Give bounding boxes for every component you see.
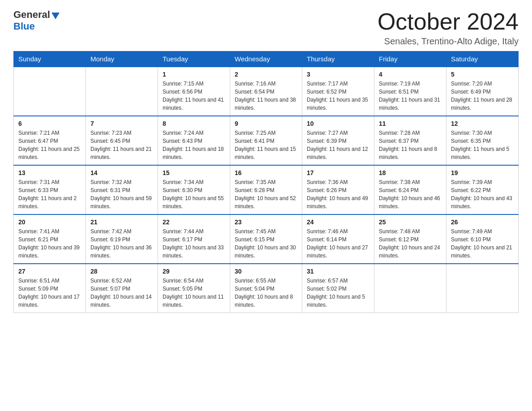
calendar-week-row: 20Sunrise: 7:41 AMSunset: 6:21 PMDayligh… — [14, 214, 519, 264]
day-number: 31 — [307, 268, 369, 275]
calendar-cell — [86, 67, 158, 116]
calendar-cell: 12Sunrise: 7:30 AMSunset: 6:35 PMDayligh… — [446, 116, 519, 165]
calendar-cell: 19Sunrise: 7:39 AMSunset: 6:22 PMDayligh… — [446, 165, 519, 214]
day-number: 6 — [18, 120, 81, 127]
day-number: 12 — [451, 120, 514, 127]
location-subtitle: Senales, Trentino-Alto Adige, Italy — [378, 36, 519, 47]
day-info: Sunrise: 7:38 AMSunset: 6:24 PMDaylight:… — [379, 178, 442, 210]
calendar-cell: 10Sunrise: 7:27 AMSunset: 6:39 PMDayligh… — [302, 116, 374, 165]
day-number: 19 — [451, 169, 514, 176]
day-info: Sunrise: 7:27 AMSunset: 6:39 PMDaylight:… — [307, 129, 369, 161]
calendar-cell: 13Sunrise: 7:31 AMSunset: 6:33 PMDayligh… — [14, 165, 86, 214]
calendar-cell — [446, 264, 519, 313]
calendar-cell: 22Sunrise: 7:44 AMSunset: 6:17 PMDayligh… — [158, 214, 230, 264]
day-number: 23 — [235, 218, 297, 226]
logo-general-text: General — [13, 9, 50, 21]
calendar-cell: 14Sunrise: 7:32 AMSunset: 6:31 PMDayligh… — [86, 165, 158, 214]
day-number: 21 — [90, 218, 153, 226]
day-info: Sunrise: 7:36 AMSunset: 6:26 PMDaylight:… — [307, 178, 369, 210]
day-info: Sunrise: 7:45 AMSunset: 6:15 PMDaylight:… — [235, 227, 297, 260]
calendar-cell: 7Sunrise: 7:23 AMSunset: 6:45 PMDaylight… — [86, 116, 158, 165]
calendar-cell: 31Sunrise: 6:57 AMSunset: 5:02 PMDayligh… — [302, 264, 374, 313]
weekday-header-monday: Monday — [86, 51, 158, 67]
day-info: Sunrise: 7:21 AMSunset: 6:47 PMDaylight:… — [18, 129, 81, 161]
day-number: 24 — [307, 218, 369, 226]
calendar-cell — [374, 264, 446, 313]
day-info: Sunrise: 7:46 AMSunset: 6:14 PMDaylight:… — [307, 227, 369, 260]
day-info: Sunrise: 6:55 AMSunset: 5:04 PMDaylight:… — [235, 277, 297, 309]
calendar-cell: 3Sunrise: 7:17 AMSunset: 6:52 PMDaylight… — [302, 67, 374, 116]
day-number: 13 — [18, 169, 81, 176]
calendar-cell: 8Sunrise: 7:24 AMSunset: 6:43 PMDaylight… — [158, 116, 230, 165]
day-info: Sunrise: 7:41 AMSunset: 6:21 PMDaylight:… — [18, 227, 81, 260]
weekday-header-thursday: Thursday — [302, 51, 374, 67]
day-number: 15 — [163, 169, 225, 176]
day-info: Sunrise: 7:48 AMSunset: 6:12 PMDaylight:… — [379, 227, 442, 260]
day-number: 29 — [163, 268, 225, 275]
calendar-cell: 21Sunrise: 7:42 AMSunset: 6:19 PMDayligh… — [86, 214, 158, 264]
calendar-cell — [14, 67, 86, 116]
day-number: 27 — [18, 268, 81, 275]
day-number: 30 — [235, 268, 297, 275]
calendar-cell: 4Sunrise: 7:19 AMSunset: 6:51 PMDaylight… — [374, 67, 446, 116]
weekday-header-friday: Friday — [374, 51, 446, 67]
day-number: 2 — [235, 71, 297, 78]
day-info: Sunrise: 7:49 AMSunset: 6:10 PMDaylight:… — [451, 227, 514, 260]
day-info: Sunrise: 7:19 AMSunset: 6:51 PMDaylight:… — [379, 80, 442, 112]
weekday-header-sunday: Sunday — [14, 51, 86, 67]
day-info: Sunrise: 7:23 AMSunset: 6:45 PMDaylight:… — [90, 129, 153, 161]
calendar-table: SundayMondayTuesdayWednesdayThursdayFrid… — [13, 51, 519, 313]
calendar-cell: 20Sunrise: 7:41 AMSunset: 6:21 PMDayligh… — [14, 214, 86, 264]
month-year-title: October 2024 — [378, 9, 519, 34]
day-info: Sunrise: 7:20 AMSunset: 6:49 PMDaylight:… — [451, 80, 514, 112]
day-number: 1 — [163, 71, 225, 78]
calendar-cell: 26Sunrise: 7:49 AMSunset: 6:10 PMDayligh… — [446, 214, 519, 264]
day-number: 26 — [451, 218, 514, 226]
day-number: 3 — [307, 71, 369, 78]
logo-blue-text: Blue — [13, 21, 35, 32]
day-info: Sunrise: 7:35 AMSunset: 6:28 PMDaylight:… — [235, 178, 297, 210]
day-number: 20 — [18, 218, 81, 226]
logo-triangle-icon — [51, 13, 60, 19]
day-info: Sunrise: 7:34 AMSunset: 6:30 PMDaylight:… — [163, 178, 225, 210]
day-info: Sunrise: 7:28 AMSunset: 6:37 PMDaylight:… — [379, 129, 442, 161]
logo: General Blue — [13, 9, 60, 32]
weekday-header-wednesday: Wednesday — [230, 51, 302, 67]
calendar-week-row: 13Sunrise: 7:31 AMSunset: 6:33 PMDayligh… — [14, 165, 519, 214]
day-info: Sunrise: 7:30 AMSunset: 6:35 PMDaylight:… — [451, 129, 514, 161]
day-info: Sunrise: 7:44 AMSunset: 6:17 PMDaylight:… — [163, 227, 225, 260]
day-info: Sunrise: 7:42 AMSunset: 6:19 PMDaylight:… — [90, 227, 153, 260]
calendar-cell: 18Sunrise: 7:38 AMSunset: 6:24 PMDayligh… — [374, 165, 446, 214]
day-info: Sunrise: 7:39 AMSunset: 6:22 PMDaylight:… — [451, 178, 514, 210]
weekday-header-saturday: Saturday — [446, 51, 519, 67]
calendar-week-row: 1Sunrise: 7:15 AMSunset: 6:56 PMDaylight… — [14, 67, 519, 116]
day-number: 4 — [379, 71, 442, 78]
calendar-cell: 29Sunrise: 6:54 AMSunset: 5:05 PMDayligh… — [158, 264, 230, 313]
day-number: 10 — [307, 120, 369, 127]
calendar-cell: 28Sunrise: 6:52 AMSunset: 5:07 PMDayligh… — [86, 264, 158, 313]
day-number: 16 — [235, 169, 297, 176]
weekday-header-row: SundayMondayTuesdayWednesdayThursdayFrid… — [14, 51, 519, 67]
day-info: Sunrise: 6:51 AMSunset: 5:09 PMDaylight:… — [18, 277, 81, 309]
day-number: 22 — [163, 218, 225, 226]
day-info: Sunrise: 7:16 AMSunset: 6:54 PMDaylight:… — [235, 80, 297, 112]
day-info: Sunrise: 6:52 AMSunset: 5:07 PMDaylight:… — [90, 277, 153, 309]
day-number: 9 — [235, 120, 297, 127]
calendar-cell: 27Sunrise: 6:51 AMSunset: 5:09 PMDayligh… — [14, 264, 86, 313]
calendar-cell: 15Sunrise: 7:34 AMSunset: 6:30 PMDayligh… — [158, 165, 230, 214]
calendar-cell: 5Sunrise: 7:20 AMSunset: 6:49 PMDaylight… — [446, 67, 519, 116]
calendar-cell: 11Sunrise: 7:28 AMSunset: 6:37 PMDayligh… — [374, 116, 446, 165]
calendar-week-row: 6Sunrise: 7:21 AMSunset: 6:47 PMDaylight… — [14, 116, 519, 165]
day-info: Sunrise: 6:54 AMSunset: 5:05 PMDaylight:… — [163, 277, 225, 309]
calendar-cell: 1Sunrise: 7:15 AMSunset: 6:56 PMDaylight… — [158, 67, 230, 116]
day-info: Sunrise: 7:17 AMSunset: 6:52 PMDaylight:… — [307, 80, 369, 112]
calendar-cell: 6Sunrise: 7:21 AMSunset: 6:47 PMDaylight… — [14, 116, 86, 165]
calendar-cell: 30Sunrise: 6:55 AMSunset: 5:04 PMDayligh… — [230, 264, 302, 313]
day-number: 18 — [379, 169, 442, 176]
weekday-header-tuesday: Tuesday — [158, 51, 230, 67]
day-info: Sunrise: 6:57 AMSunset: 5:02 PMDaylight:… — [307, 277, 369, 309]
day-number: 11 — [379, 120, 442, 127]
day-number: 17 — [307, 169, 369, 176]
page-header: General Blue October 2024 Senales, Trent… — [13, 9, 519, 47]
day-info: Sunrise: 7:31 AMSunset: 6:33 PMDaylight:… — [18, 178, 81, 210]
